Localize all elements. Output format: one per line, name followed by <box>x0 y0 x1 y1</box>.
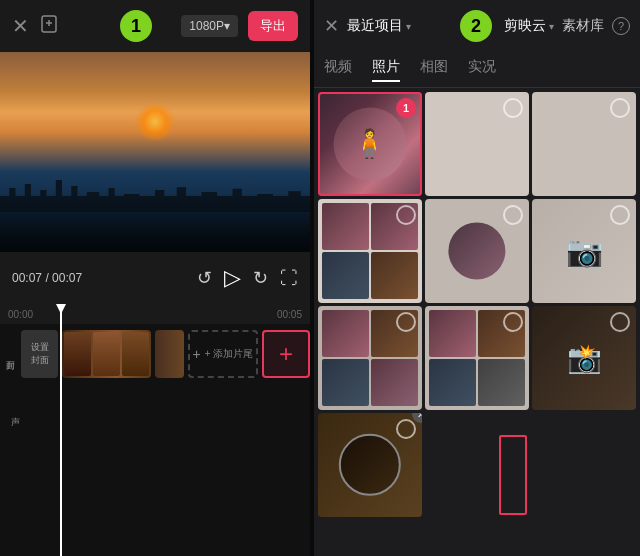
recent-dropdown[interactable]: 最近项目 ▾ <box>347 17 411 35</box>
right-panel: ✕ 最近项目 ▾ 剪映云 ▾ 素材库 ? 视频 照片 相图 实况 🧍 1 <box>314 0 640 556</box>
photo-select-badge-8 <box>503 312 523 332</box>
person-silhouette: 🧍 <box>352 130 387 158</box>
cloud-button[interactable]: 剪映云 ▾ <box>504 17 554 35</box>
play-button[interactable]: ▷ <box>224 265 241 291</box>
resolution-selector[interactable]: 1080P▾ <box>181 15 238 37</box>
circle-bottom <box>339 434 401 496</box>
photo-cell-1[interactable]: 🧍 1 <box>318 92 422 196</box>
timeline-tracks: 封面 设置封面 + + 添加片尾 <box>0 324 310 440</box>
photo-select-badge-4 <box>396 205 416 225</box>
photo-select-badge-1: 1 <box>396 98 416 118</box>
photo-select-badge-10 <box>396 419 416 439</box>
thumb-7a <box>322 310 369 357</box>
water-reflection <box>0 212 310 252</box>
photo-select-badge-6 <box>610 205 630 225</box>
photo-cell-8[interactable] <box>425 306 529 410</box>
circle-photo: 🧍 <box>334 108 407 181</box>
photo-cell-right-red <box>425 413 529 517</box>
photo-cell-2[interactable] <box>425 92 529 196</box>
audio-track-row: 声 <box>0 384 310 436</box>
help-button[interactable]: ? <box>612 17 630 35</box>
undo-button[interactable]: ↺ <box>197 267 212 289</box>
left-panel: ✕ 1080P▾ 导出 00:07 / 00:07 ↺ ▷ ↻ ⛶ <box>0 0 310 556</box>
city-silhouette <box>0 172 310 212</box>
material-button[interactable]: 素材库 <box>562 17 604 35</box>
gimbal-icon: 📸 <box>567 342 602 375</box>
photo-cell-9[interactable]: 📸 <box>532 306 636 410</box>
time-display: 00:07 / 00:07 <box>12 271 82 285</box>
thumb-8a <box>429 310 476 357</box>
cover-clip[interactable]: 设置封面 <box>21 330 58 378</box>
photo-cell-6[interactable]: 📷 <box>532 199 636 303</box>
tab-photo[interactable]: 照片 <box>372 58 400 82</box>
thumb-4d <box>371 252 418 299</box>
fullscreen-button[interactable]: ⛶ <box>280 268 298 289</box>
video-preview <box>0 52 310 252</box>
add-clip-button[interactable]: + + 添加片尾 <box>188 330 258 378</box>
tab-video[interactable]: 视频 <box>324 58 352 82</box>
timeline: 00:00 00:05 封面 设置封面 <box>0 304 310 556</box>
photo-select-badge-5 <box>503 205 523 225</box>
thumb-7c <box>322 359 369 406</box>
video-clip-2[interactable] <box>155 330 184 378</box>
thumb-8c <box>429 359 476 406</box>
camera-icon: 📷 <box>566 234 603 269</box>
bookmark-icon[interactable] <box>39 14 59 39</box>
tab-album[interactable]: 相图 <box>420 58 448 82</box>
ruler-mark-0: 00:00 <box>8 309 33 320</box>
redo-button[interactable]: ↻ <box>253 267 268 289</box>
photo-cell-5[interactable] <box>425 199 529 303</box>
step-2-indicator: 2 <box>460 10 492 42</box>
add-end-button[interactable]: + <box>262 330 310 378</box>
export-button[interactable]: 导出 <box>248 11 298 41</box>
photo-select-badge-3 <box>610 98 630 118</box>
thumb-4c <box>322 252 369 299</box>
photo-cell-10[interactable]: ✕ <box>318 413 422 517</box>
thumb-4a <box>322 203 369 250</box>
tab-live[interactable]: 实况 <box>468 58 496 82</box>
photo-select-badge-7 <box>396 312 416 332</box>
photo-select-badge-2 <box>503 98 523 118</box>
sun-effect <box>135 102 175 142</box>
video-clip-main[interactable] <box>62 330 150 378</box>
photo-grid: 🧍 1 📷 <box>314 88 640 556</box>
video-track-row: 封面 设置封面 + + 添加片尾 <box>0 328 310 380</box>
thumb-8d <box>478 359 525 406</box>
photo-cell-4[interactable] <box>318 199 422 303</box>
right-subtabs: 视频 照片 相图 实况 <box>314 52 640 88</box>
step-1-indicator: 1 <box>120 10 152 42</box>
playback-controls: 00:07 / 00:07 ↺ ▷ ↻ ⛶ <box>0 252 310 304</box>
close-button[interactable]: ✕ <box>12 14 29 38</box>
photo-cell-3[interactable] <box>532 92 636 196</box>
photo-cell-7[interactable] <box>318 306 422 410</box>
photo-select-badge-9 <box>610 312 630 332</box>
thumb-7d <box>371 359 418 406</box>
right-red-indicator <box>499 435 527 515</box>
right-close-button[interactable]: ✕ <box>324 15 339 37</box>
timeline-ruler: 00:00 00:05 <box>0 304 310 324</box>
playhead <box>60 304 62 556</box>
ruler-mark-1: 00:05 <box>277 309 302 320</box>
top-bar: ✕ 1080P▾ 导出 <box>0 0 310 52</box>
